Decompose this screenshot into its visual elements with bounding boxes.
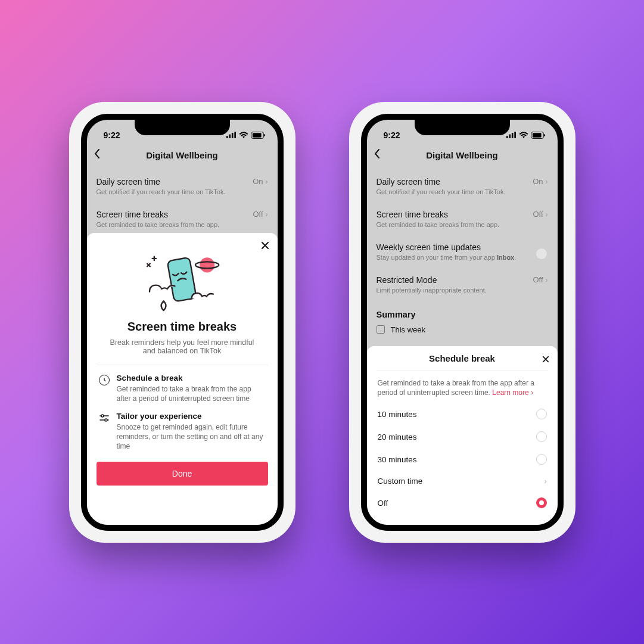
- chevron-right-icon: ›: [546, 210, 548, 219]
- setting-value: On ›: [533, 177, 547, 186]
- svg-rect-12: [506, 136, 508, 138]
- back-button[interactable]: [374, 149, 380, 161]
- svg-rect-17: [532, 133, 541, 137]
- chevron-right-icon: ›: [266, 210, 268, 219]
- battery-icon: [531, 132, 546, 139]
- learn-more-link[interactable]: Learn more ›: [492, 388, 533, 397]
- setting-title: Restricted Mode: [377, 275, 437, 285]
- page-header: Digital Wellbeing: [367, 144, 558, 167]
- setting-desc: Limit potentially inappropriate content.: [377, 287, 548, 294]
- feature-schedule-break: Schedule a break Get reminded to take a …: [97, 365, 268, 403]
- feature-desc: Get reminded to take a break from the ap…: [117, 384, 266, 403]
- feature-title: Schedule a break: [117, 374, 266, 382]
- option-label: Custom time: [378, 477, 423, 486]
- radio-selected-icon: [536, 497, 547, 508]
- calendar-icon: [377, 325, 385, 334]
- option-off[interactable]: Off: [377, 491, 548, 514]
- close-icon: [261, 241, 269, 250]
- option-20-minutes[interactable]: 20 minutes: [377, 425, 548, 448]
- sliders-icon: [99, 413, 110, 452]
- sleeping-phone-illustration: [135, 247, 230, 313]
- svg-rect-2: [231, 133, 233, 138]
- svg-rect-6: [264, 134, 265, 136]
- notch: [135, 120, 230, 135]
- option-label: 30 minutes: [378, 455, 417, 464]
- status-time: 9:22: [104, 130, 120, 140]
- setting-value: Off ›: [533, 275, 547, 284]
- feature-tailor-experience: Tailor your experience Snooze to get rem…: [97, 403, 268, 452]
- sheet-schedule-break: Schedule break Get reminded to take a br…: [367, 346, 558, 525]
- phone-frame-right: 9:22 Digital Wellbeing Daily screen time…: [361, 114, 564, 531]
- setting-screen-time-breaks[interactable]: Screen time breaks Off › Get reminded to…: [87, 203, 278, 235]
- svg-rect-14: [511, 133, 513, 138]
- sheet-subtitle: Break reminders help you feel more mindf…: [97, 338, 268, 365]
- clock-icon: [99, 375, 110, 385]
- inbox-link[interactable]: Inbox: [497, 254, 514, 261]
- svg-rect-13: [509, 135, 511, 138]
- setting-desc: Get reminded to take breaks from the app…: [377, 221, 548, 228]
- option-custom-time[interactable]: Custom time ›: [377, 471, 548, 491]
- feature-desc: Snooze to get reminded again, edit futur…: [117, 422, 266, 452]
- setting-title: Screen time breaks: [97, 210, 169, 219]
- setting-weekly-updates[interactable]: Weekly screen time updates Stay updated …: [367, 235, 558, 268]
- summary-period-row[interactable]: This week: [367, 323, 558, 337]
- option-label: 10 minutes: [378, 410, 417, 419]
- option-label: 20 minutes: [378, 433, 417, 441]
- done-button[interactable]: Done: [97, 462, 268, 486]
- setting-title: Weekly screen time updates: [377, 242, 481, 252]
- radio-unselected-icon: [536, 454, 547, 465]
- chevron-right-icon: ›: [546, 276, 548, 284]
- sheet-title: Schedule break: [377, 353, 548, 371]
- sheet-title: Screen time breaks: [97, 320, 268, 334]
- cellular-icon: [226, 132, 236, 138]
- close-button[interactable]: [542, 354, 549, 365]
- setting-desc: Get notified if you reach your time on T…: [97, 188, 268, 195]
- feature-title: Tailor your experience: [117, 412, 266, 421]
- settings-list-left: Daily screen time On › Get notified if y…: [87, 167, 278, 238]
- page-title: Digital Wellbeing: [146, 150, 218, 160]
- summary-heading: Summary: [367, 301, 558, 323]
- status-icons: [226, 132, 266, 139]
- setting-title: Screen time breaks: [377, 210, 449, 219]
- svg-rect-0: [226, 136, 228, 138]
- option-30-minutes[interactable]: 30 minutes: [377, 448, 548, 471]
- cellular-icon: [506, 132, 516, 138]
- setting-value: Off ›: [253, 210, 267, 219]
- svg-point-11: [105, 419, 107, 421]
- chevron-right-icon: ›: [266, 178, 268, 186]
- phone-frame-left: 9:22 Digital Wellbeing Daily screen time…: [81, 114, 284, 531]
- chevron-right-icon: ›: [545, 477, 547, 486]
- chevron-right-icon: ›: [531, 388, 533, 397]
- setting-daily-screen-time[interactable]: Daily screen time On › Get notified if y…: [367, 170, 558, 203]
- option-10-minutes[interactable]: 10 minutes: [377, 403, 548, 425]
- wifi-icon: [519, 132, 528, 139]
- setting-desc: Get reminded to take breaks from the app…: [97, 221, 268, 228]
- notch: [415, 120, 510, 135]
- setting-screen-time-breaks[interactable]: Screen time breaks Off › Get reminded to…: [367, 203, 558, 235]
- wifi-icon: [239, 132, 248, 139]
- radio-unselected-icon: [536, 409, 547, 419]
- setting-daily-screen-time[interactable]: Daily screen time On › Get notified if y…: [87, 170, 278, 203]
- settings-list-right: Daily screen time On › Get notified if y…: [367, 167, 558, 339]
- chevron-left-icon: [374, 149, 380, 158]
- status-time: 9:22: [384, 130, 400, 140]
- chevron-left-icon: [94, 149, 100, 158]
- page-header: Digital Wellbeing: [87, 144, 278, 167]
- svg-point-10: [101, 415, 104, 417]
- setting-restricted-mode[interactable]: Restricted Mode Off › Limit potentially …: [367, 268, 558, 301]
- svg-rect-18: [544, 134, 545, 136]
- page-title: Digital Wellbeing: [426, 150, 498, 160]
- chevron-right-icon: ›: [546, 178, 548, 186]
- back-button[interactable]: [94, 149, 100, 161]
- close-button[interactable]: [261, 241, 269, 252]
- close-icon: [542, 356, 549, 363]
- radio-unselected-icon: [536, 431, 547, 442]
- setting-title: Daily screen time: [377, 177, 440, 186]
- battery-icon: [251, 132, 266, 139]
- setting-desc: Stay updated on your time from your app …: [377, 254, 548, 261]
- setting-value: On ›: [253, 177, 267, 186]
- sheet-screen-time-breaks: Screen time breaks Break reminders help …: [87, 233, 278, 525]
- setting-value: Off ›: [533, 210, 547, 219]
- summary-period: This week: [391, 325, 426, 334]
- phone-left: 9:22 Digital Wellbeing Daily screen time…: [69, 102, 295, 543]
